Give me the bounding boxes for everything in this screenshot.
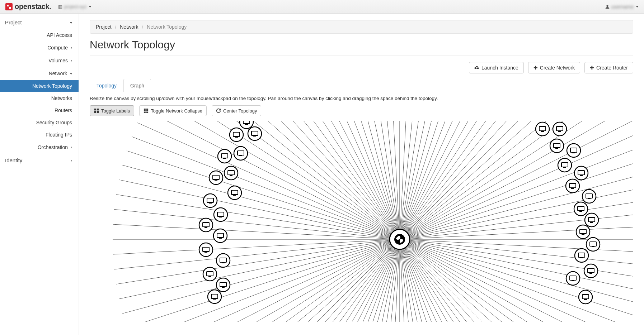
- topology-instance-node[interactable]: [586, 238, 600, 251]
- topology-instance-node[interactable]: [585, 213, 598, 227]
- sidebar-security-groups[interactable]: Security Groups: [0, 116, 79, 129]
- sidebar-api-access[interactable]: API Access: [0, 29, 79, 41]
- svg-point-146: [209, 171, 223, 185]
- svg-point-158: [214, 208, 227, 221]
- svg-line-82: [283, 121, 400, 239]
- svg-line-85: [325, 121, 400, 239]
- svg-line-80: [256, 121, 400, 239]
- user-name: username: [611, 4, 634, 10]
- content: Project / Network / Network Topology Net…: [79, 14, 644, 335]
- topology-instance-node[interactable]: [584, 264, 598, 278]
- svg-rect-229: [591, 221, 592, 222]
- svg-rect-129: [254, 135, 255, 136]
- svg-point-126: [248, 127, 262, 140]
- sidebar-volumes[interactable]: Volumes ›: [0, 54, 79, 67]
- sidebar-identity[interactable]: Identity ›: [0, 154, 79, 167]
- svg-rect-185: [223, 286, 224, 287]
- svg-line-83: [297, 121, 400, 239]
- breadcrumb-network[interactable]: Network: [120, 24, 138, 30]
- topology-instance-node[interactable]: [213, 229, 227, 243]
- sidebar-floating-ips[interactable]: Floating IPs: [0, 129, 79, 141]
- svg-line-49: [159, 239, 400, 322]
- launch-instance-button[interactable]: Launch Instance: [469, 62, 524, 73]
- svg-point-162: [199, 218, 213, 232]
- svg-line-84: [311, 121, 400, 239]
- svg-point-174: [216, 254, 230, 267]
- topology-canvas[interactable]: [90, 121, 633, 322]
- topology-instance-node[interactable]: [558, 158, 572, 172]
- topology-instance-node[interactable]: [216, 278, 230, 292]
- chevron-down-icon: ▾: [70, 20, 72, 25]
- topology-instance-node[interactable]: [574, 202, 588, 216]
- topology-instance-node[interactable]: [575, 249, 588, 262]
- breadcrumb-project[interactable]: Project: [96, 24, 112, 30]
- topology-instance-node[interactable]: [199, 218, 213, 232]
- topology-instance-node[interactable]: [248, 127, 262, 140]
- topology-instance-node[interactable]: [208, 290, 221, 303]
- refresh-icon: [216, 108, 221, 113]
- topology-instance-node[interactable]: [550, 139, 564, 153]
- chevron-right-icon: ›: [71, 145, 72, 150]
- svg-rect-225: [580, 210, 582, 211]
- topology-instance-node[interactable]: [567, 144, 580, 157]
- svg-line-55: [122, 239, 400, 314]
- chevron-down-icon: ▾: [70, 71, 72, 76]
- topology-instance-node[interactable]: [536, 122, 549, 136]
- topology-instance-node[interactable]: [228, 186, 241, 200]
- topology-instance-node[interactable]: [553, 122, 567, 136]
- sidebar-routers[interactable]: Routers: [0, 104, 79, 116]
- topology-instance-node[interactable]: [582, 190, 596, 203]
- sidebar-network[interactable]: Network ▾: [0, 67, 79, 80]
- topology-instance-node[interactable]: [224, 166, 238, 180]
- create-router-button[interactable]: ✚ Create Router: [584, 62, 633, 73]
- topology-instance-node[interactable]: [566, 179, 579, 193]
- svg-rect-125: [246, 123, 247, 124]
- svg-point-198: [550, 139, 564, 153]
- button-label: Toggle Network Collapse: [151, 109, 202, 113]
- sidebar-network-topology[interactable]: Network Topology: [0, 80, 79, 92]
- svg-rect-245: [591, 272, 592, 273]
- svg-rect-253: [585, 298, 586, 300]
- help-text: Resize the canvas by scrolling up/down w…: [90, 96, 633, 101]
- topology-svg[interactable]: [90, 121, 633, 322]
- topology-instance-node[interactable]: [216, 254, 230, 267]
- user-menu[interactable]: username: [605, 4, 639, 10]
- brand-logo[interactable]: openstack.: [5, 3, 51, 11]
- svg-point-214: [566, 179, 579, 193]
- sidebar-label: Identity: [5, 157, 22, 163]
- svg-rect-169: [220, 237, 221, 238]
- topology-instance-node[interactable]: [218, 149, 231, 163]
- caret-down-icon: [636, 6, 639, 8]
- topology-instance-node[interactable]: [203, 194, 217, 207]
- sidebar-project[interactable]: Project ▾: [0, 16, 79, 29]
- user-icon: [605, 4, 610, 9]
- topology-instance-node[interactable]: [214, 208, 227, 221]
- svg-rect-145: [231, 174, 232, 176]
- project-switcher[interactable]: ▥ project-xyz: [58, 4, 91, 9]
- sidebar-orchestration[interactable]: Orchestration ›: [0, 141, 79, 154]
- svg-line-56: [119, 239, 400, 299]
- topology-instance-node[interactable]: [209, 171, 223, 185]
- topology-instance-node[interactable]: [576, 225, 590, 239]
- svg-line-16: [400, 239, 592, 322]
- toggle-labels-button[interactable]: Toggle Labels: [90, 105, 134, 116]
- svg-point-226: [585, 213, 598, 227]
- topology-instance-node[interactable]: [566, 272, 580, 285]
- topology-instance-node[interactable]: [234, 147, 248, 160]
- topology-instance-node[interactable]: [203, 267, 217, 281]
- svg-line-67: [132, 137, 400, 239]
- tab-topology[interactable]: Topology: [90, 79, 123, 92]
- tab-graph[interactable]: Graph: [123, 79, 151, 92]
- sidebar-networks[interactable]: Networks: [0, 92, 79, 104]
- toggle-collapse-button[interactable]: Toggle Network Collapse: [139, 105, 207, 116]
- create-network-button[interactable]: ✚ Create Network: [528, 62, 580, 73]
- sidebar-compute[interactable]: Compute ›: [0, 41, 79, 54]
- center-topology-button[interactable]: Center Topology: [212, 105, 261, 116]
- svg-point-218: [582, 190, 596, 203]
- topology-instance-node[interactable]: [230, 128, 243, 142]
- svg-point-250: [579, 290, 592, 304]
- chevron-right-icon: ›: [71, 58, 72, 63]
- topology-instance-node[interactable]: [574, 166, 588, 180]
- topology-instance-node[interactable]: [199, 243, 213, 257]
- topology-instance-node[interactable]: [579, 290, 592, 304]
